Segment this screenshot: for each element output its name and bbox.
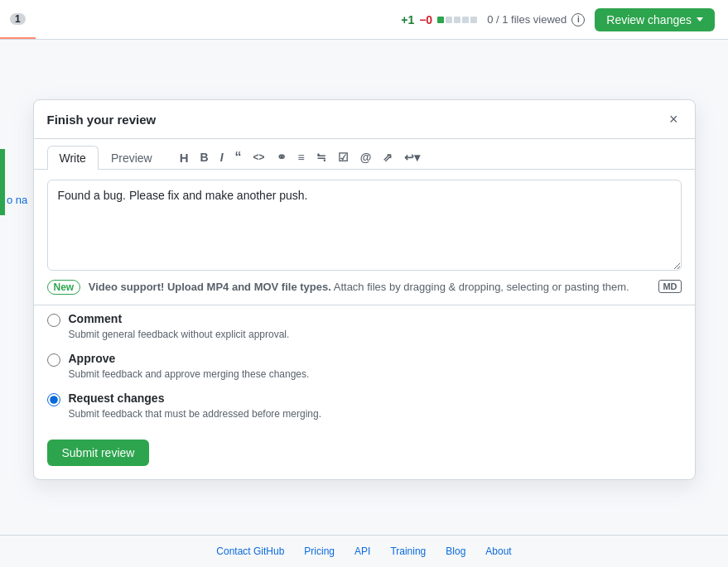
footer-link-pricing[interactable]: Pricing [304, 545, 335, 557]
modal-header: Finish your review × [34, 100, 695, 139]
attachment-text: New Video support! Upload MP4 and MOV fi… [47, 280, 653, 295]
tab-indicator: 1 [0, 0, 36, 39]
review-textarea[interactable]: Found a bug. Please fix and make another… [47, 180, 682, 271]
tab-write[interactable]: Write [47, 146, 99, 170]
modal-title: Finish your review [47, 113, 157, 127]
diff-bar [437, 17, 477, 23]
attachment-normal-text: Attach files by dragging & dropping, sel… [334, 281, 629, 293]
radio-approve[interactable] [47, 353, 60, 367]
quote-icon[interactable]: “ [230, 147, 247, 167]
tab-badge: 1 [10, 13, 26, 25]
bold-icon[interactable]: B [195, 148, 214, 166]
code-icon[interactable]: <> [248, 149, 270, 166]
diff-minus: −0 [419, 13, 432, 26]
textarea-container: Found a bug. Please fix and make another… [34, 170, 695, 273]
page-content: 1 +1 −0 0 / 1 files viewed i Review chan… [0, 0, 728, 567]
option-request-changes-desc: Submit feedback that must be addressed b… [69, 408, 322, 420]
review-changes-label: Review changes [606, 13, 692, 26]
option-comment: Comment Submit general feedback without … [47, 312, 682, 340]
footer: Contact GitHub Pricing API Training Blog… [0, 535, 728, 567]
option-approve: Approve Submit feedback and approve merg… [47, 352, 682, 380]
radio-request-changes[interactable] [47, 393, 60, 406]
chevron-down-icon [697, 17, 703, 22]
footer-link-api[interactable]: API [354, 545, 370, 557]
toolbar-icons: H B I “ <> ⚭ ≡ ≒ ☑ @ ⇗ ↩▾ [175, 147, 426, 167]
diff-bar-green [437, 17, 444, 23]
attachment-bold-text: Video support! Upload MP4 and MOV file t… [89, 281, 331, 293]
option-approve-label[interactable]: Approve [69, 352, 310, 365]
footer-link-contact[interactable]: Contact GitHub [216, 545, 284, 557]
link-icon[interactable]: ⚭ [272, 148, 292, 166]
files-viewed: 0 / 1 files viewed i [487, 13, 585, 26]
diff-bar-gray-1 [446, 17, 452, 23]
tabs-bar: Write Preview H B I “ <> ⚭ ≡ ≒ ☑ @ ⇗ ↩▾ [34, 139, 695, 170]
footer-link-training[interactable]: Training [390, 545, 426, 557]
italic-icon[interactable]: I [215, 148, 229, 166]
footer-link-about[interactable]: About [485, 545, 511, 557]
markdown-icon: MD [658, 280, 681, 293]
option-comment-text: Comment Submit general feedback without … [69, 312, 290, 340]
submit-area: Submit review [34, 430, 695, 479]
review-modal: Finish your review × Write Preview H B I… [33, 99, 696, 480]
heading-icon[interactable]: H [175, 148, 194, 167]
review-changes-button[interactable]: Review changes [595, 8, 715, 31]
diff-bar-gray-3 [462, 17, 469, 23]
radio-comment[interactable] [47, 314, 60, 327]
option-request-changes-text: Request changes Submit feedback that mus… [69, 392, 322, 420]
diff-stats: +1 −0 [401, 13, 477, 26]
ref-icon[interactable]: ⇗ [378, 148, 398, 166]
files-viewed-text: 0 / 1 files viewed [487, 13, 566, 26]
ol-icon[interactable]: ≒ [311, 148, 331, 166]
option-comment-desc: Submit general feedback without explicit… [69, 329, 290, 340]
submit-review-button[interactable]: Submit review [47, 440, 150, 466]
review-options: Comment Submit general feedback without … [34, 305, 695, 430]
attachment-note: New Video support! Upload MP4 and MOV fi… [34, 273, 695, 305]
option-request-changes-label[interactable]: Request changes [69, 392, 322, 405]
diff-bar-gray-4 [470, 17, 477, 23]
info-icon[interactable]: i [571, 13, 585, 26]
sidebar-link[interactable]: o na [0, 190, 34, 209]
new-badge: New [47, 280, 81, 295]
option-approve-text: Approve Submit feedback and approve merg… [69, 352, 310, 380]
diff-plus: +1 [401, 13, 414, 26]
option-request-changes: Request changes Submit feedback that mus… [47, 392, 682, 420]
option-approve-desc: Submit feedback and approve merging thes… [69, 368, 310, 380]
option-comment-label[interactable]: Comment [69, 312, 290, 325]
top-bar: 1 +1 −0 0 / 1 files viewed i Review chan… [0, 0, 728, 40]
tab-preview[interactable]: Preview [99, 146, 165, 170]
footer-link-blog[interactable]: Blog [446, 545, 465, 557]
undo-icon[interactable]: ↩▾ [399, 148, 425, 166]
mention-icon[interactable]: @ [355, 148, 377, 166]
ul-icon[interactable]: ≡ [293, 148, 310, 166]
diff-bar-gray-2 [454, 17, 460, 23]
close-button[interactable]: × [666, 110, 682, 128]
task-icon[interactable]: ☑ [333, 148, 354, 166]
